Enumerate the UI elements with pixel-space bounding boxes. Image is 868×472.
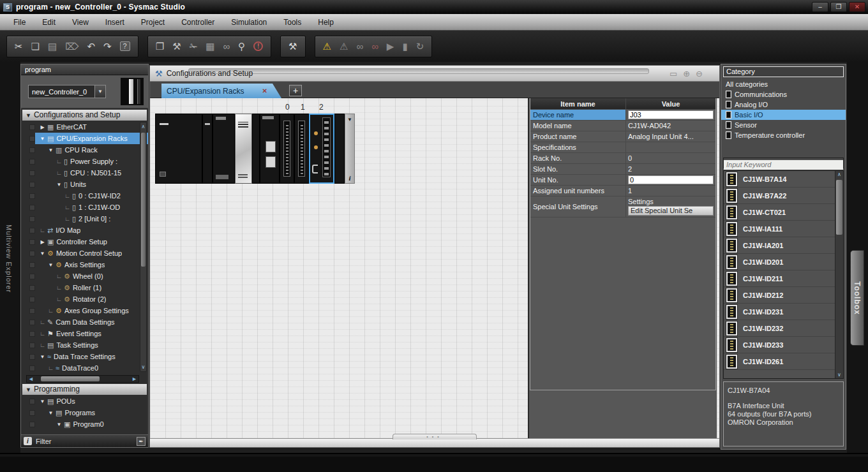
run-mode-icon[interactable]: ▶ (387, 41, 394, 51)
tree-item-data-trace-settings[interactable]: ▼≈Data Trace Settings (21, 351, 148, 362)
unit-item-cj1w-ia111[interactable]: CJ1W-IA111 (724, 221, 843, 237)
tree-item-ethercat[interactable]: ▶▦EtherCAT (21, 121, 148, 133)
scrollbar-thumb[interactable] (41, 376, 100, 381)
io-unit-slot-1[interactable] (294, 114, 309, 184)
close-button[interactable]: ✕ (849, 2, 865, 12)
restore-button[interactable]: ❐ (830, 2, 847, 12)
category-item-communications[interactable]: Communications (721, 89, 846, 100)
filter-bar[interactable]: i Filter ✒ (21, 434, 148, 447)
tab-cpu-expansion-racks[interactable]: CPU/Expansion Racks ✕ (161, 84, 281, 98)
tree-horizontal-scrollbar[interactable]: ◄ ► (26, 375, 139, 383)
configurations-group-header[interactable]: ▼Configurations and Setup (22, 110, 147, 121)
power-supply-unit[interactable] (155, 114, 202, 184)
menu-project[interactable]: Project (133, 16, 173, 29)
tree-item-0-cj1w-id2[interactable]: ∟▯0 : CJ1W-ID2 (21, 190, 148, 202)
build-icon[interactable]: ⚒ (172, 41, 181, 51)
category-item-basic-i-o[interactable]: Basic I/O (721, 110, 846, 120)
tree-item-wheel-0[interactable]: ∟⚙Wheel (0) (21, 270, 148, 282)
tree-item-event-settings[interactable]: ∟⚑Event Settings (21, 328, 148, 339)
unit-item-cj1w-id233[interactable]: CJ1W-ID233 (724, 337, 843, 353)
zoom-out-icon[interactable]: ⊖ (696, 69, 703, 78)
collapse-icon[interactable]: ▼ (38, 399, 47, 404)
tree-item-cam-data-settings[interactable]: ∟✎Cam Data Settings (21, 316, 148, 328)
scrollbar-thumb[interactable] (141, 133, 146, 267)
tree-item-controller-setup[interactable]: ▶▣Controller Setup (21, 236, 148, 247)
tree-item-task-settings[interactable]: ∟▤Task Settings (21, 339, 148, 351)
empty-slot[interactable] (334, 114, 345, 184)
watch-icon[interactable]: ∞ (223, 41, 230, 51)
tree-item-program0[interactable]: ▼▣Program0 (21, 418, 148, 430)
category-item-analog-i-o[interactable]: Analog I/O (721, 100, 846, 110)
tree-item-i-o-map[interactable]: ∟⇄I/O Map (21, 225, 148, 236)
unit-item-cj1w-ct021[interactable]: CJ1W-CT021 (724, 204, 843, 221)
tree-item-axes-group-settings[interactable]: ∟⚙Axes Group Settings (21, 305, 148, 316)
tree-item-cpu-rack[interactable]: ▼▥CPU Rack (21, 144, 148, 156)
stop-monitor-icon[interactable]: ∞ (371, 41, 378, 51)
unit-item-cj1w-id211[interactable]: CJ1W-ID211 (724, 270, 843, 287)
property-input-unit-no[interactable] (628, 175, 714, 184)
menu-view[interactable]: View (64, 16, 97, 29)
troubleshoot-icon[interactable]: ⚒ (288, 41, 297, 51)
copy-icon[interactable]: ❏ (31, 41, 40, 51)
tree-item-power-supply[interactable]: ∟▯Power Supply : (21, 156, 148, 167)
scroll-up-icon[interactable]: ∧ (835, 172, 843, 177)
collapse-icon[interactable]: ▼ (47, 410, 55, 416)
category-item-sensor[interactable]: Sensor (721, 120, 846, 130)
controller-select[interactable]: new_Controller_0 ▼ (28, 85, 106, 98)
expand-icon[interactable]: ▶ (38, 124, 47, 130)
property-input-device-name[interactable] (628, 110, 714, 119)
programming-group-header[interactable]: ▼Programming (22, 384, 147, 395)
info-icon[interactable]: i (345, 174, 354, 182)
tree-item-axis-settings[interactable]: ▼⚙Axis Settings (21, 259, 148, 270)
menu-insert[interactable]: Insert (97, 16, 133, 29)
unit-item-cj1w-id261[interactable]: CJ1W-ID261 (724, 353, 843, 370)
scrollbar-thumb[interactable] (836, 180, 842, 235)
fit-to-window-icon[interactable]: ▭ (670, 69, 677, 78)
scroll-down-icon[interactable]: ∨ (835, 372, 843, 378)
zoom-in-icon[interactable]: ⊕ (683, 69, 690, 78)
cpu-unit[interactable] (235, 114, 252, 184)
expand-icon[interactable]: ▶ (38, 239, 47, 245)
tree-item-2-unit-0[interactable]: ∟▯2 [Unit 0] : (21, 213, 148, 225)
io-unit-slot-0[interactable] (280, 114, 294, 184)
tab-close-icon[interactable]: ✕ (262, 87, 267, 94)
tree-item-rotator-2[interactable]: ∟⚙Rotator (2) (21, 293, 148, 305)
go-online-icon[interactable]: ⚠ (323, 41, 331, 51)
splitter-handle[interactable]: ••• (393, 434, 477, 439)
end-cover-unit[interactable] (202, 114, 213, 184)
category-item-all-categories[interactable]: All categories (721, 79, 846, 89)
unit-list-scrollbar[interactable]: ∧ ∨ (835, 171, 843, 378)
minimize-button[interactable]: – (812, 2, 828, 12)
keyword-search-input[interactable] (724, 160, 843, 170)
menu-help[interactable]: Help (310, 16, 342, 29)
menu-simulation[interactable]: Simulation (223, 16, 275, 29)
tree-item-cpu-nj501-15[interactable]: ∟▯CPU : NJ501-15 (21, 167, 148, 179)
bottom-splitter[interactable]: ••• (150, 438, 719, 447)
unit-item-cj1w-b7a14[interactable]: CJ1W-B7A14 (724, 171, 843, 188)
update-icon[interactable]: ? (120, 41, 130, 51)
unit-item-cj1w-id232[interactable]: CJ1W-ID232 (724, 320, 843, 337)
synchronize-icon[interactable]: ↻ (416, 41, 424, 51)
menu-controller[interactable]: Controller (173, 16, 223, 29)
collapse-icon[interactable]: ▼ (38, 136, 47, 142)
edit-special-unit-settings-button[interactable]: Edit Special Unit Se (628, 206, 714, 216)
tree-item-datatrace0[interactable]: ∟≈DataTrace0 (21, 362, 148, 374)
tree-item-cpu-expansion-racks[interactable]: ▼▤CPU/Expansion Racks (21, 133, 148, 144)
menu-edit[interactable]: Edit (34, 16, 64, 29)
add-tab-button[interactable]: + (289, 85, 302, 96)
program-mode-icon[interactable]: ▮ (402, 41, 407, 51)
controller-unit[interactable] (213, 114, 235, 184)
scroll-up-icon[interactable]: ∧ (140, 124, 146, 129)
io-unit-slot-2-selected[interactable] (309, 114, 334, 184)
multiview-explorer-tab[interactable]: Multiview Explorer (5, 225, 13, 293)
category-item-temperature-controller[interactable]: Temperature controller (721, 130, 846, 140)
chevron-down-icon[interactable]: ▼ (94, 85, 105, 98)
menu-tools[interactable]: Tools (275, 16, 310, 29)
unit-item-cj1w-ia201[interactable]: CJ1W-IA201 (724, 237, 843, 254)
pin-icon[interactable]: ✒ (137, 437, 146, 446)
tree-item-motion-control-setup[interactable]: ▼⚙Motion Control Setup (21, 247, 148, 259)
scroll-right-icon[interactable]: ► (131, 376, 137, 382)
collapse-icon[interactable]: ▼ (38, 354, 47, 360)
tree-item-programs[interactable]: ▼▤Programs (21, 407, 148, 418)
collapse-icon[interactable]: ▼ (55, 182, 63, 188)
